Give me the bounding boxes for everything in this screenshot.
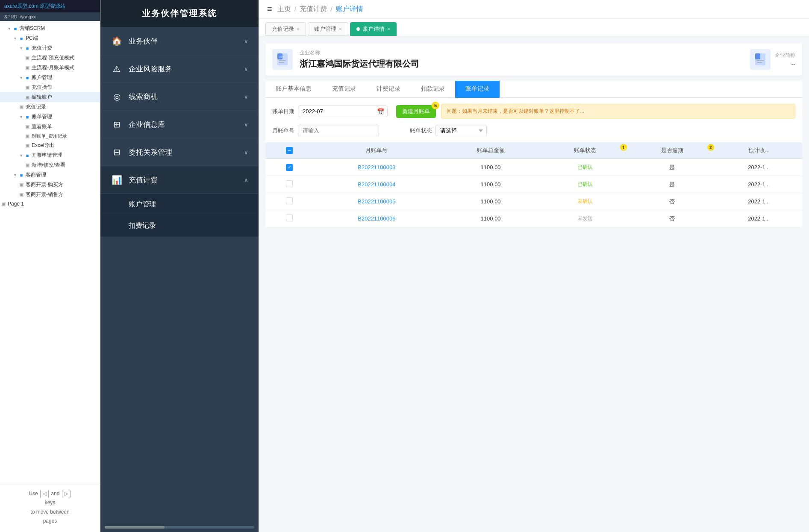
nav-item-enterprise-db[interactable]: ⊞ 企业信息库 ∨: [100, 111, 259, 138]
tree-item-main-flow-monthly[interactable]: ▣ 主流程-月账单模式: [0, 63, 100, 73]
tab-recharge-log[interactable]: 充值记录: [322, 81, 366, 98]
warning-icon: ⚠: [111, 63, 123, 75]
breadcrumb-sep2: /: [330, 6, 332, 13]
expand-arrow: ▾: [18, 75, 24, 80]
table-header-row: 月账单号 账单总金额 账单状态 1 是否逾期 2 预计收...: [265, 142, 802, 159]
tab-basic-info[interactable]: 账户基本信息: [265, 81, 322, 98]
select-all-checkbox[interactable]: [286, 147, 293, 154]
tab-active-dot: [356, 27, 360, 31]
doc-icon: ▣: [24, 143, 31, 148]
doc-icon: ▣: [24, 55, 31, 61]
nav-item-business-partner[interactable]: 🏠 业务伙伴 ∨: [100, 27, 259, 55]
tree-item-pc-end[interactable]: ▾ ■ PC端: [0, 33, 100, 43]
tree-item-reconcile-fee[interactable]: ▣ 对账单_费用记录: [0, 132, 100, 141]
tree-item-view-bill[interactable]: ▣ 查看账单: [0, 122, 100, 132]
tree-item-marketing-scrm[interactable]: ▾ ■ 营销SCRM: [0, 24, 100, 33]
col-checkbox: [265, 142, 313, 159]
tree-item-bill-mgmt[interactable]: ▾ ■ 账单管理: [0, 112, 100, 122]
hamburger-icon[interactable]: ≡: [267, 4, 272, 14]
row-checkbox[interactable]: [265, 210, 313, 227]
status-tag: 未发送: [574, 215, 596, 223]
company-info: 企业名称 浙江嘉鸿国际货运代理有限公司: [300, 49, 743, 70]
row-bill-no: B20221100005: [313, 193, 440, 210]
bill-no-input[interactable]: [298, 125, 379, 136]
row-checkbox[interactable]: [265, 193, 313, 210]
file-tree-body[interactable]: ▾ ■ 营销SCRM ▾ ■ PC端 ▾ ■ 充值计费 ▣ 主流程-预充值模式 …: [0, 21, 100, 483]
folder-icon: ■: [18, 173, 25, 178]
tree-item-customer-invoice-sell[interactable]: ▣ 客商开票-销售方: [0, 190, 100, 200]
bill-no-link[interactable]: B20221100003: [358, 164, 395, 170]
nav-item-risk-service[interactable]: ⚠ 企业风险服务 ∨: [100, 55, 259, 83]
tree-item-recharge-op[interactable]: ▣ 充值操作: [0, 82, 100, 92]
date-input[interactable]: [298, 106, 388, 117]
bill-no-link[interactable]: B20221100005: [358, 198, 395, 205]
document-icon: [753, 53, 767, 66]
breadcrumb: 主页 / 充值计费 / 账户详情: [277, 5, 363, 14]
breadcrumb-home[interactable]: 主页: [277, 5, 291, 14]
nav-sidebar-header: 业务伙伴管理系统: [100, 0, 259, 27]
tree-item-customer-invoice-buy[interactable]: ▣ 客商开票-购买方: [0, 180, 100, 190]
tree-item-invoice-mgmt[interactable]: ▾ ■ 开票申请管理: [0, 150, 100, 160]
tree-item-account-mgmt[interactable]: ▾ ■ 账户管理: [0, 73, 100, 82]
row-checkbox[interactable]: [265, 159, 313, 176]
breadcrumb-detail[interactable]: 账户详情: [336, 5, 363, 14]
tab-account-mgmt[interactable]: 账户管理 ×: [308, 22, 348, 36]
tree-item-excel-export[interactable]: ▣ Excel导出: [0, 141, 100, 150]
tree-item-add-modify-view[interactable]: ▣ 新增/修改/查看: [0, 160, 100, 170]
row4-checkbox[interactable]: [286, 215, 293, 221]
col-total-amount: 账单总金额: [440, 142, 541, 159]
status-select[interactable]: 请选择: [435, 125, 487, 136]
alert-box: 问题：如果当月未结束，是否可以建对账单？这里控制不了...: [441, 104, 795, 119]
nav-item-leads[interactable]: ◎ 线索商机 ∨: [100, 83, 259, 111]
nav-item-recharge-fee[interactable]: 📊 充值计费 ∧: [100, 166, 259, 194]
tree-item-page1[interactable]: ▣ Page 1: [0, 200, 100, 208]
tab-close-icon[interactable]: ×: [339, 26, 342, 32]
doc-icon: ▣: [24, 124, 31, 129]
next-key: ▷: [62, 490, 71, 498]
tab-fee-log[interactable]: 计费记录: [366, 81, 411, 98]
date-filter-group: 账单日期 📅: [272, 106, 388, 117]
tab-close-icon[interactable]: ×: [297, 26, 300, 32]
tree-item-recharge-fee[interactable]: ▾ ■ 充值计费: [0, 43, 100, 53]
row-overdue: 是: [629, 159, 716, 176]
row2-checkbox[interactable]: [286, 180, 293, 187]
nav-sub-item-account-management[interactable]: 账户管理: [100, 194, 259, 215]
tree-item-customer-mgmt[interactable]: ▾ ■ 客商管理: [0, 170, 100, 180]
nav-sub-item-deduction-records[interactable]: 扣费记录: [100, 215, 259, 237]
tree-item-main-flow-precharge[interactable]: ▣ 主流程-预充值模式: [0, 53, 100, 63]
row1-checkbox[interactable]: [286, 164, 293, 171]
doc-icon: ▣: [24, 94, 31, 100]
company-right-icon: [750, 49, 771, 70]
col-bill-no: 月账单号: [313, 142, 440, 159]
date-filter-label: 账单日期: [272, 108, 294, 115]
tree-item-recharge-record[interactable]: ▣ 充值记录: [0, 102, 100, 112]
bill-no-link[interactable]: B20221100004: [358, 181, 395, 188]
row-checkbox[interactable]: [265, 176, 313, 193]
folder-icon: ■: [24, 46, 31, 51]
row-bill-no: B20221100003: [313, 159, 440, 176]
table-row: B20221100004 1100.00 已确认 是 2022-1...: [265, 176, 802, 193]
tab-close-icon[interactable]: ×: [387, 26, 390, 32]
tab-bar: 充值记录 × 账户管理 × 账户详情 ×: [259, 19, 809, 36]
svg-text:</>: </>: [279, 55, 284, 59]
tab-bill-records[interactable]: 账单记录: [455, 81, 500, 98]
tab-deduction-log[interactable]: 扣款记录: [411, 81, 455, 98]
row3-checkbox[interactable]: [286, 197, 293, 204]
sidebar-scrollbar[interactable]: [100, 523, 259, 532]
tab-recharge-records[interactable]: 充值记录 ×: [265, 22, 306, 36]
new-bill-label: 新建月账单: [402, 108, 430, 115]
nav-item-trust-mgmt[interactable]: ⊟ 委托关系管理 ∨: [100, 138, 259, 166]
doc-icon: ▣: [18, 104, 25, 110]
page-body: </> 企业名称 浙江嘉鸿国际货运代理有限公司: [259, 36, 809, 532]
bill-no-link[interactable]: B20221100006: [358, 215, 395, 222]
row-amount: 1100.00: [440, 193, 541, 210]
tree-item-edit-account[interactable]: ▣ 编辑账户: [0, 92, 100, 102]
new-bill-button[interactable]: 新建月账单 5: [396, 105, 436, 118]
breadcrumb-recharge[interactable]: 充值计费: [300, 5, 327, 14]
top-bar: ≡ 主页 / 充值计费 / 账户详情: [259, 0, 809, 19]
tab-account-detail[interactable]: 账户详情 ×: [350, 22, 397, 36]
table-row: B20221100003 1100.00 已确认 是 2022-1...: [265, 159, 802, 176]
doc-icon: ▣: [18, 192, 25, 197]
file-tree-panel: axure原型.com 原型资源站 &PRD_wangxx ▾ ■ 营销SCRM…: [0, 0, 100, 532]
doc-icon: ▣: [24, 162, 31, 168]
